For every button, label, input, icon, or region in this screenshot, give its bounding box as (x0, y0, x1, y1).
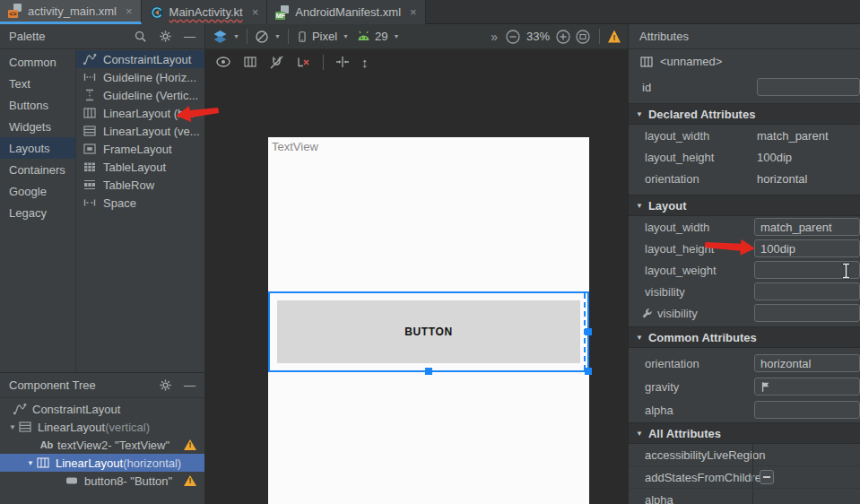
linearlayout-vertical-icon (83, 124, 97, 138)
design-surface: ↕ TextView BUTTON (204, 49, 628, 504)
minimize-icon[interactable]: — (184, 378, 195, 392)
zoom-out-icon[interactable] (505, 29, 521, 45)
accessibilityliveregion-value-cell[interactable] (752, 444, 860, 465)
layout-height-field[interactable]: 100dip (754, 239, 860, 257)
design-mode-select[interactable]: ▼ (213, 30, 239, 44)
constraintlayout-icon (13, 402, 27, 416)
gear-icon[interactable] (159, 378, 172, 392)
indeterminate-checkbox[interactable] (760, 470, 774, 484)
palette-item-guideline-vertical[interactable]: Guideline (Vertic... (76, 86, 204, 104)
search-icon[interactable] (134, 30, 147, 43)
flag-icon (760, 381, 771, 393)
warnings-icon[interactable]: ! (608, 30, 621, 43)
palette-category-text[interactable]: Text (0, 73, 75, 94)
selected-linearlayout[interactable]: BUTTON (268, 291, 589, 372)
zoom-in-icon[interactable] (555, 29, 571, 45)
gravity-field[interactable] (754, 378, 860, 395)
warning-icon[interactable]: ! (184, 475, 196, 486)
palette-category-common[interactable]: Common (0, 51, 75, 73)
section-all-attributes[interactable]: ▼ All Attributes (629, 422, 860, 444)
id-input[interactable] (757, 78, 860, 96)
attr-row: layout_width match_parent (629, 216, 860, 238)
attr-row: layout_width match_parent (629, 125, 860, 146)
palette-category-legacy[interactable]: Legacy (0, 202, 75, 223)
tree-node-linearlayout-horizontal[interactable]: ▼ LinearLayout(horizontal) (0, 454, 204, 472)
section-declared-attributes[interactable]: ▼ Declared Attributes (629, 103, 860, 125)
palette-category-buttons[interactable]: Buttons (0, 94, 75, 116)
button-icon (65, 474, 79, 488)
palette-category-widgets[interactable]: Widgets (0, 116, 75, 137)
attr-value[interactable]: match_parent (757, 129, 829, 143)
section-common-attributes[interactable]: ▼ Common Attributes (629, 326, 860, 348)
palette-item-constraintlayout[interactable]: ConstraintLayout (76, 50, 204, 68)
tab-androidmanifest-xml[interactable]: MF AndroidManifest.xml × (267, 0, 425, 24)
toolbar-overflow-icon[interactable]: » (491, 30, 497, 44)
device-canvas[interactable]: TextView BUTTON (268, 137, 589, 504)
autoconnect-off-magnet-icon[interactable] (269, 55, 284, 70)
visibility-field[interactable] (754, 282, 860, 300)
linearlayout-horizontal-icon (36, 456, 50, 470)
close-icon[interactable]: × (252, 5, 259, 19)
attr-table-row: addStatesFromChildren (629, 466, 860, 489)
tab-mainactivity-kt[interactable]: MainActivity.kt × (142, 0, 268, 24)
component-tree-title: Component Tree (9, 378, 96, 392)
clear-constraints-icon[interactable] (296, 55, 311, 69)
palette-category-google[interactable]: Google (0, 180, 75, 202)
linearlayout-horizontal-icon (83, 106, 97, 120)
chevron-down-icon[interactable]: ▼ (7, 423, 18, 431)
phone-icon (296, 30, 308, 44)
tools-visibility-field[interactable] (754, 304, 860, 322)
api-select[interactable]: 29 ▼ (356, 30, 399, 43)
chevron-down-icon[interactable]: ▼ (25, 459, 36, 467)
resize-handle-right-middle[interactable] (585, 328, 592, 335)
palette-item-tablelayout[interactable]: TableLayout (76, 158, 204, 176)
id-label: id (642, 81, 651, 94)
palette-item-space[interactable]: Space (76, 194, 204, 212)
align-center-horizontal-icon[interactable] (335, 55, 350, 69)
text-cursor-ibeam (841, 263, 852, 279)
canvas-button[interactable]: BUTTON (277, 300, 580, 363)
tree-node-button8[interactable]: button8- "Button" ! (0, 472, 204, 490)
canvas-textview[interactable]: TextView (272, 140, 318, 153)
attr-value[interactable]: horizontal (757, 172, 807, 186)
textview-icon: Ab (39, 439, 54, 450)
palette-item-linearlayout-vertical[interactable]: LinearLayout (ve... (76, 122, 204, 140)
android-icon (356, 30, 371, 42)
palette-item-tablerow[interactable]: TableRow (76, 176, 204, 194)
palette-category-layouts[interactable]: Layouts (0, 137, 75, 159)
device-select[interactable]: Pixel ▼ (296, 30, 349, 44)
close-icon[interactable]: × (126, 4, 133, 18)
gear-icon[interactable] (159, 30, 172, 43)
tree-node-textview2[interactable]: Ab textView2- "TextView" ! (0, 436, 204, 454)
resize-handle-bottom-right[interactable] (585, 368, 592, 375)
alpha-value-cell[interactable] (752, 489, 860, 504)
palette-item-framelayout[interactable]: FrameLayout (76, 140, 204, 158)
zoom-to-fit-icon[interactable] (575, 29, 591, 45)
alpha-field[interactable] (754, 401, 860, 419)
minimize-icon[interactable]: — (184, 30, 195, 43)
attributes-header: Attributes (629, 24, 860, 49)
addstatesfromchildren-value-cell (752, 466, 860, 488)
layout-width-field[interactable]: match_parent (754, 218, 860, 236)
design-toolbar: ▼ ▼ Pixel ▼ 29 ▼ (204, 24, 628, 49)
editor-tab-bar: <> activity_main.xml × MainActivity.kt ×… (0, 0, 860, 24)
kotlin-file-icon (150, 5, 164, 20)
orientation-icon[interactable] (243, 55, 257, 69)
tab-activity-main-xml[interactable]: <> activity_main.xml × (0, 0, 142, 24)
palette-item-guideline-horizontal[interactable]: Guideline (Horiz... (76, 68, 204, 86)
tree-node-constraintlayout[interactable]: ConstraintLayout (0, 400, 204, 418)
section-layout[interactable]: ▼ Layout (629, 195, 860, 216)
layout-file-icon: <> (8, 4, 22, 18)
tree-node-linearlayout-vertical[interactable]: ▼ LinearLayout(vertical) (0, 418, 204, 436)
attr-value[interactable]: 100dip (757, 151, 792, 164)
view-options-eye-icon[interactable] (215, 56, 231, 68)
palette-category-containers[interactable]: Containers (0, 159, 75, 180)
orientation-field[interactable]: horizontal (754, 354, 860, 372)
warning-icon[interactable]: ! (184, 439, 196, 450)
theme-select[interactable]: ▼ (255, 30, 281, 44)
component-name: <unnamed> (660, 55, 722, 68)
resize-handle-bottom-center[interactable] (425, 368, 432, 375)
collapse-icon: ▼ (636, 110, 643, 118)
expand-vertical-icon[interactable]: ↕ (361, 55, 369, 70)
close-icon[interactable]: × (410, 5, 417, 19)
